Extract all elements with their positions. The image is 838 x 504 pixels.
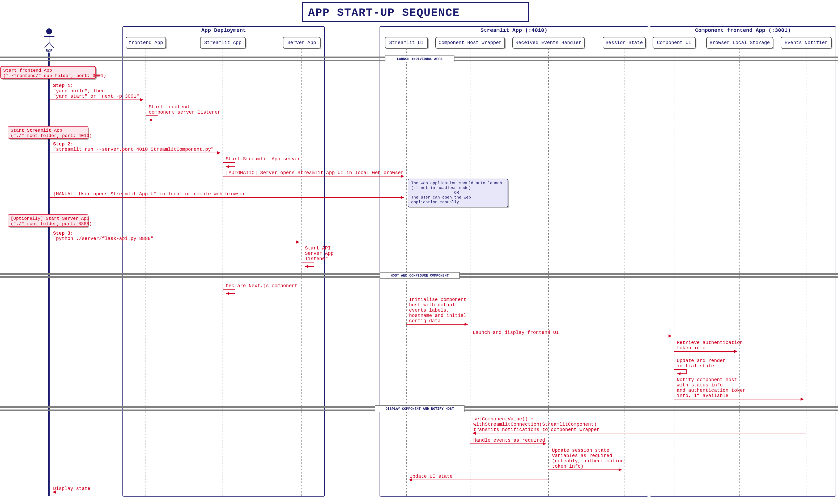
- svg-text:withStreamlitConnection(Stream: withStreamlitConnection(StreamlitCompone…: [473, 422, 597, 427]
- arrow-start-api-server: Start API Server App listener: [302, 246, 334, 268]
- svg-text:Received Events Handler: Received Events Handler: [516, 40, 581, 46]
- arrow-step2: Step 2: "streamlit run --server.port 401…: [50, 142, 221, 155]
- svg-text:Start frontend: Start frontend: [149, 104, 189, 110]
- svg-text:"python ./server/flask-api.py : "python ./server/flask-api.py 8888": [53, 236, 154, 241]
- svg-text:OR: OR: [454, 191, 459, 195]
- svg-text:listener: listener: [305, 256, 328, 262]
- svg-text:and authentication token: and authentication token: [677, 388, 746, 393]
- svg-text:Events Notifier: Events Notifier: [785, 40, 828, 46]
- arrow-handle-events: Handle events as required: [470, 438, 546, 445]
- svg-text:Server App: Server App: [287, 40, 316, 46]
- svg-text:Update and render: Update and render: [677, 358, 726, 363]
- arrow-manual-open-ui: [MANUAL] User opens Streamlit App UI in …: [50, 191, 404, 199]
- svg-marker-103: [668, 335, 672, 338]
- svg-text:Display state: Display state: [53, 486, 90, 491]
- svg-text:Declare Next.js component: Declare Next.js component: [226, 283, 297, 288]
- svg-text:[MANUAL] User opens Streamlit : [MANUAL] User opens Streamlit App UI in …: [53, 191, 245, 197]
- arrow-declare-nextjs: Declare Next.js component: [223, 283, 297, 295]
- svg-point-0: [47, 29, 52, 34]
- svg-marker-87: [305, 265, 308, 268]
- svg-text:Launch and display frontend UI: Launch and display frontend UI: [473, 330, 559, 335]
- arrow-set-component-value: setComponentValue() + withStreamlitConne…: [472, 416, 806, 435]
- svg-text:token info: token info: [677, 345, 705, 350]
- svg-text:Step 2:: Step 2:: [53, 142, 73, 147]
- actor-bob: BOB: [44, 29, 54, 53]
- svg-text:config data: config data: [409, 318, 441, 324]
- svg-marker-134: [618, 468, 622, 471]
- svg-text:The web application should aut: The web application should auto-launch: [411, 181, 502, 185]
- svg-text:events labels,: events labels,: [409, 308, 449, 313]
- diagram-title: APP START-UP SEQUENCE: [308, 7, 460, 19]
- arrow-retrieve-auth: Retrieve authentication token info: [674, 340, 743, 353]
- svg-text:Component Host Wrapper: Component Host Wrapper: [438, 40, 502, 46]
- svg-text:variables as required: variables as required: [552, 453, 612, 458]
- svg-marker-93: [226, 292, 229, 295]
- svg-text:application manually: application manually: [411, 200, 459, 205]
- svg-text:host with default: host with default: [409, 302, 458, 308]
- svg-text:Start API: Start API: [305, 246, 331, 251]
- svg-text:(noteably, authentication: (noteably, authentication: [552, 458, 624, 464]
- svg-text:DISPLAY COMPONENT AND NOTIFY H: DISPLAY COMPONENT AND NOTIFY HOST: [385, 407, 454, 411]
- svg-text:Start Streamlit App: Start Streamlit App: [11, 128, 62, 133]
- arrow-update-ui-state: Update UI state: [409, 474, 548, 482]
- group-component-frontend: [650, 26, 836, 496]
- arrow-step1: Step 1: "yarn build", then "yarn start" …: [50, 83, 143, 102]
- group-component-frontend-title: Component frontend App (:3001): [695, 27, 791, 33]
- svg-text:Server App: Server App: [305, 251, 334, 256]
- svg-marker-49: [140, 98, 143, 102]
- arrow-launch-frontend-ui: Launch and display frontend UI: [470, 330, 672, 338]
- divider-launch-apps: LAUNCH INDIVIDUAL APPS: [0, 56, 838, 62]
- svg-text:setComponentValue() +: setComponentValue() +: [473, 416, 534, 422]
- svg-text:Initialise component: Initialise component: [409, 297, 467, 302]
- svg-text:hostname and initial: hostname and initial: [409, 313, 467, 318]
- arrow-step3: Step 3: "python ./server/flask-api.py 88…: [50, 231, 299, 244]
- svg-marker-62: [226, 165, 229, 168]
- divider-display-notify: DISPLAY COMPONENT AND NOTIFY HOST: [0, 406, 838, 412]
- svg-marker-83: [296, 240, 299, 244]
- group-app-deployment: [123, 26, 325, 496]
- svg-text:Streamlit UI: Streamlit UI: [389, 40, 424, 46]
- svg-text:Start Streamlit App server: Start Streamlit App server: [226, 156, 300, 162]
- svg-text:Notify component host: Notify component host: [677, 377, 737, 382]
- arrow-update-render: Update and render initial state: [674, 358, 726, 375]
- svg-text:Streamlit App: Streamlit App: [204, 40, 241, 46]
- svg-text:[AUTOMATIC] Server opens Strea: [AUTOMATIC] Server opens Streamlit App U…: [226, 170, 404, 176]
- hnote-start-server: [Optionally] Start Server App ("./" root…: [8, 214, 92, 228]
- arrow-frontend-listener: Start frontend component server listener: [146, 104, 221, 122]
- hnote-start-streamlit: Start Streamlit App ("./" root folder, p…: [8, 126, 92, 140]
- arrow-notify-host: Notify component host with status info a…: [674, 377, 804, 401]
- arrow-display-state: Display state: [53, 486, 406, 494]
- svg-text:("./" root folder, port: 8888): ("./" root folder, port: 8888): [11, 221, 92, 227]
- svg-marker-52: [149, 119, 152, 122]
- participants: frontend App Streamlit App Server App St…: [126, 37, 833, 49]
- note-auto-launch: The web application should auto-launch (…: [408, 179, 509, 208]
- svg-marker-60: [217, 151, 221, 155]
- svg-text:Step 1:: Step 1:: [53, 83, 73, 88]
- divider-host-configure: HOST AND CONFIGURE COMPONENT: [0, 272, 838, 279]
- svg-text:LAUNCH INDIVIDUAL APPS: LAUNCH INDIVIDUAL APPS: [397, 57, 442, 61]
- svg-text:"streamlit run --server.port 4: "streamlit run --server.port 4010 Stream…: [53, 147, 214, 152]
- group-app-deployment-title: App Deployment: [201, 27, 246, 33]
- svg-text:"yarn build", then: "yarn build", then: [53, 88, 105, 94]
- svg-text:Session State: Session State: [606, 40, 643, 46]
- svg-text:frontend App: frontend App: [128, 40, 163, 46]
- group-streamlit-app-title: Streamlit App (:4010): [481, 27, 547, 33]
- svg-text:Update UI state: Update UI state: [409, 474, 453, 479]
- svg-text:transmits notifications to com: transmits notifications to component wra…: [473, 427, 599, 432]
- svg-text:("./frontend/" sub folder, por: ("./frontend/" sub folder, port: 3001): [3, 73, 106, 78]
- svg-marker-68: [401, 196, 404, 199]
- svg-text:Step 3:: Step 3:: [53, 231, 73, 236]
- svg-text:info, if available: info, if available: [677, 393, 728, 398]
- svg-text:"yarn start" or "next -p 3001": "yarn start" or "next -p 3001": [53, 94, 139, 99]
- svg-text:Browser Local Storage: Browser Local Storage: [710, 40, 770, 46]
- svg-line-4: [49, 42, 54, 48]
- svg-text:token info): token info): [552, 464, 583, 469]
- svg-marker-107: [734, 350, 737, 353]
- svg-text:("./" root folder, port: 4010): ("./" root folder, port: 4010): [11, 133, 92, 138]
- arrow-initialise-host: Initialise component host with default e…: [406, 297, 468, 326]
- arrow-streamlit-server: Start Streamlit App server: [223, 156, 300, 168]
- svg-text:Handle events as required: Handle events as required: [473, 438, 545, 443]
- svg-text:HOST AND CONFIGURE COMPONENT: HOST AND CONFIGURE COMPONENT: [391, 274, 449, 277]
- svg-text:Component UI: Component UI: [657, 40, 692, 46]
- svg-text:[Optionally] Start Server App: [Optionally] Start Server App: [11, 216, 89, 221]
